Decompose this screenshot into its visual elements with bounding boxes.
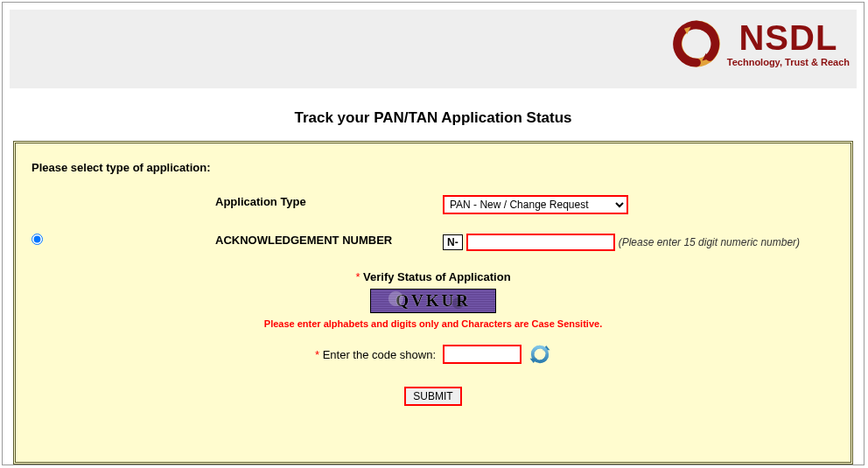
ack-hint: (Please enter 15 digit numeric number) [619,236,800,249]
ack-radio[interactable] [32,234,43,245]
page-frame: NSDL Technology, Trust & Reach Track you… [2,2,864,465]
refresh-icon[interactable] [528,343,551,366]
brand-name: NSDL [738,20,837,55]
enter-code-row: * Enter the code shown: [32,343,835,366]
verify-title: Verify Status of Application [363,270,511,283]
brand-logo-icon [673,20,720,67]
ack-label: ACKNOWLEDGEMENT NUMBER [66,234,443,247]
form-instruction: Please select type of application: [32,161,835,174]
header-band: NSDL Technology, Trust & Reach [10,10,857,88]
verify-title-row: * Verify Status of Application [32,270,835,283]
form-panel: Please select type of application: Appli… [13,141,853,465]
enter-code-label: Enter the code shown: [323,348,436,361]
required-star-icon: * [315,348,319,361]
verify-section: * Verify Status of Application QVKUR Ple… [32,270,835,406]
ack-row: ACKNOWLEDGEMENT NUMBER N- (Please enter … [32,234,835,251]
submit-row: SUBMIT [32,387,835,406]
app-type-row: Application Type PAN - New / Change Requ… [32,195,835,214]
ack-number-input[interactable] [466,234,615,251]
enter-code-prefix: * Enter the code shown: [315,348,436,361]
captcha-text: QVKUR [396,291,471,311]
required-star-icon: * [355,270,360,283]
brand-tagline: Technology, Trust & Reach [727,57,850,67]
brand-text-wrap: NSDL Technology, Trust & Reach [727,20,850,67]
app-type-select[interactable]: PAN - New / Change Request [443,195,628,214]
page-title: Track your PAN/TAN Application Status [3,109,864,127]
captcha-warning: Please enter alphabets and digits only a… [32,318,835,329]
ack-prefix-box: N- [443,234,463,250]
brand-block: NSDL Technology, Trust & Reach [673,20,850,67]
app-type-label: Application Type [66,195,443,208]
captcha-input[interactable] [443,345,522,364]
submit-button[interactable]: SUBMIT [404,387,461,406]
captcha-image: QVKUR [370,289,496,313]
